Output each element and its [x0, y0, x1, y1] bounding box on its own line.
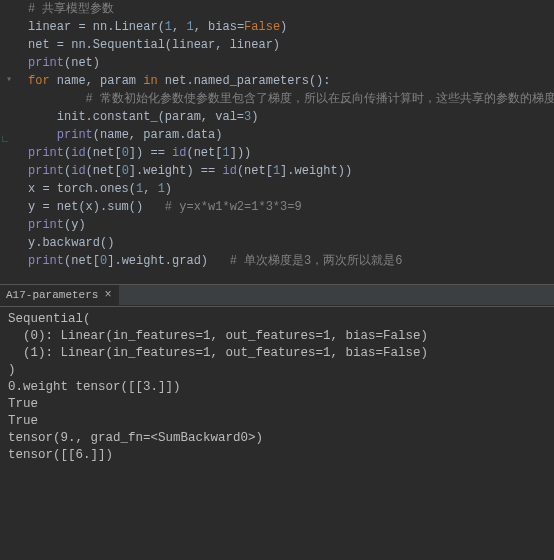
code-line-content: print(id(net[0]) == id(net[1])) [28, 146, 251, 160]
fold-marker-icon[interactable]: ▾ [6, 75, 16, 85]
terminal-line: Sequential( [8, 311, 546, 328]
code-token: in [143, 74, 165, 88]
code-line[interactable]: linear = nn.Linear(1, 1, bias=False) [0, 18, 554, 36]
run-output[interactable]: Sequential( (0): Linear(in_features=1, o… [0, 306, 554, 472]
code-line[interactable]: init.constant_(param, val=3) [0, 108, 554, 126]
terminal-line: ) [8, 362, 546, 379]
code-token: ])) [230, 146, 252, 160]
code-line[interactable]: y.backward() [0, 234, 554, 252]
code-token: = [78, 20, 92, 34]
code-token: id [172, 146, 186, 160]
code-line[interactable]: print(id(net[0]) == id(net[1])) [0, 144, 554, 162]
code-token: = [57, 38, 71, 52]
code-token: , [172, 20, 186, 34]
code-token: x [28, 182, 42, 196]
code-token: # y=x*w1*w2=1*3*3=9 [165, 200, 302, 214]
run-tab[interactable]: A17-parameters × [0, 285, 119, 305]
code-line[interactable]: print(y) [0, 216, 554, 234]
code-token: (net[ [86, 146, 122, 160]
code-token: ].weight)) [280, 164, 352, 178]
terminal-line: tensor(9., grad_fn=<SumBackward0>) [8, 430, 546, 447]
code-token: (net[ [237, 164, 273, 178]
code-token: y [28, 200, 42, 214]
code-token: print [28, 218, 64, 232]
code-line-content: print(net) [28, 56, 100, 70]
code-line-content: print(id(net[0].weight) == id(net[1].wei… [28, 164, 352, 178]
code-line[interactable]: ∟ print(name, param.data) [0, 126, 554, 144]
code-token: == [150, 146, 172, 160]
code-line[interactable]: print(net) [0, 54, 554, 72]
code-line[interactable]: net = nn.Sequential(linear, linear) [0, 36, 554, 54]
code-line-content: print(y) [28, 218, 86, 232]
code-token: init.constant_(param [57, 110, 201, 124]
code-token: (net[ [86, 164, 122, 178]
code-token: (net) [64, 56, 100, 70]
close-icon[interactable]: × [104, 286, 111, 304]
code-token: net [28, 38, 57, 52]
code-line[interactable]: print(net[0].weight.grad) # 单次梯度是3，两次所以就… [0, 252, 554, 270]
code-line-content: print(net[0].weight.grad) # 单次梯度是3，两次所以就… [28, 254, 402, 268]
code-token: 1 [186, 20, 193, 34]
code-token: ].weight.grad) [107, 254, 229, 268]
code-token: , [129, 128, 143, 142]
code-token: nn.Sequential(linear [71, 38, 215, 52]
code-token: param [100, 74, 143, 88]
code-line-content: y.backward() [28, 236, 114, 250]
code-token: print [57, 128, 93, 142]
pane-splitter[interactable] [0, 276, 554, 284]
code-token: name [57, 74, 86, 88]
code-token: , [215, 38, 229, 52]
code-line[interactable]: print(id(net[0].weight) == id(net[1].wei… [0, 162, 554, 180]
code-token: id [71, 164, 85, 178]
code-line-content: init.constant_(param, val=3) [28, 110, 258, 124]
code-token: , [201, 110, 215, 124]
code-token: False [244, 20, 280, 34]
code-line-content: net = nn.Sequential(linear, linear) [28, 38, 280, 52]
code-token: ].weight) [129, 164, 201, 178]
run-tab-label: A17-parameters [6, 286, 98, 304]
code-token: = [237, 110, 244, 124]
code-token: 1 [165, 20, 172, 34]
code-token: , [194, 20, 208, 34]
code-line[interactable]: # 常数初始化参数使参数里包含了梯度，所以在反向传播计算时，这些共享的参数的梯度… [0, 90, 554, 108]
code-token: 0 [122, 164, 129, 178]
code-token: 1 [158, 182, 165, 196]
code-token: ) [280, 20, 287, 34]
terminal-line: (1): Linear(in_features=1, out_features=… [8, 345, 546, 362]
code-token: print [28, 146, 64, 160]
run-tabbar: A17-parameters × [0, 284, 554, 306]
terminal-line: tensor([[6.]]) [8, 447, 546, 464]
code-token: = [237, 20, 244, 34]
code-token: linear) [230, 38, 280, 52]
code-token: y.backward() [28, 236, 114, 250]
code-token: , [143, 182, 157, 196]
code-token: = [42, 182, 56, 196]
code-line-content: x = torch.ones(1, 1) [28, 182, 172, 196]
code-editor[interactable]: # 共享模型参数linear = nn.Linear(1, 1, bias=Fa… [0, 0, 554, 276]
code-token: ) [251, 110, 258, 124]
code-token: ) [165, 182, 172, 196]
code-token: == [201, 164, 223, 178]
code-token: (net[ [186, 146, 222, 160]
code-token: net.named_parameters(): [165, 74, 331, 88]
code-line[interactable]: ▾for name, param in net.named_parameters… [0, 72, 554, 90]
terminal-line: True [8, 413, 546, 430]
terminal-line: True [8, 396, 546, 413]
code-line-content: for name, param in net.named_parameters(… [28, 74, 331, 88]
code-line[interactable]: y = net(x).sum() # y=x*w1*w2=1*3*3=9 [0, 198, 554, 216]
code-line-content: linear = nn.Linear(1, 1, bias=False) [28, 20, 287, 34]
code-token: bias [208, 20, 237, 34]
code-token: net(x).sum() [57, 200, 165, 214]
code-line[interactable]: x = torch.ones(1, 1) [0, 180, 554, 198]
code-token: linear [28, 20, 78, 34]
code-token: # 共享模型参数 [28, 2, 114, 16]
code-token: # 常数初始化参数使参数里包含了梯度，所以在反向传播计算时，这些共享的参数的梯度… [86, 92, 554, 106]
code-token: 1 [222, 146, 229, 160]
code-line[interactable]: # 共享模型参数 [0, 0, 554, 18]
code-token: 0 [122, 146, 129, 160]
code-line-content: # 常数初始化参数使参数里包含了梯度，所以在反向传播计算时，这些共享的参数的梯度… [28, 92, 554, 106]
code-token: (y) [64, 218, 86, 232]
code-token: print [28, 254, 64, 268]
code-token: val [215, 110, 237, 124]
terminal-line: 0.weight tensor([[3.]]) [8, 379, 546, 396]
